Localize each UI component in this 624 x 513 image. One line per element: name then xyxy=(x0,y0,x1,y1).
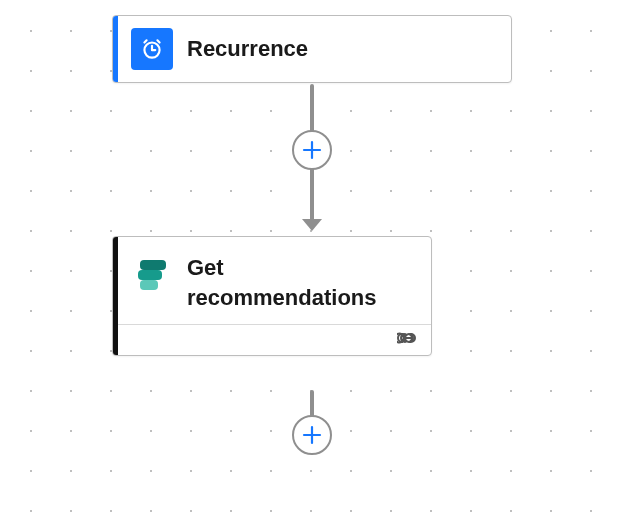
link-icon[interactable] xyxy=(397,331,419,349)
trigger-accent-bar xyxy=(113,16,118,82)
clock-icon xyxy=(131,28,173,70)
action-card-header: Get recommendations xyxy=(113,237,431,324)
action-accent-bar xyxy=(113,237,118,355)
action-card-label: Get recommendations xyxy=(187,253,417,312)
flow-canvas[interactable]: Recurrence Get recommendations xyxy=(0,0,624,513)
trigger-card-header: Recurrence xyxy=(113,16,511,82)
action-card-footer xyxy=(113,324,431,355)
process-advisor-icon xyxy=(131,253,173,295)
action-card-get-recommendations[interactable]: Get recommendations xyxy=(112,236,432,356)
trigger-card-label: Recurrence xyxy=(187,34,308,64)
add-step-button[interactable] xyxy=(292,130,332,170)
trigger-card-recurrence[interactable]: Recurrence xyxy=(112,15,512,83)
arrow-down-icon xyxy=(301,218,323,238)
add-step-button-bottom[interactable] xyxy=(292,415,332,455)
